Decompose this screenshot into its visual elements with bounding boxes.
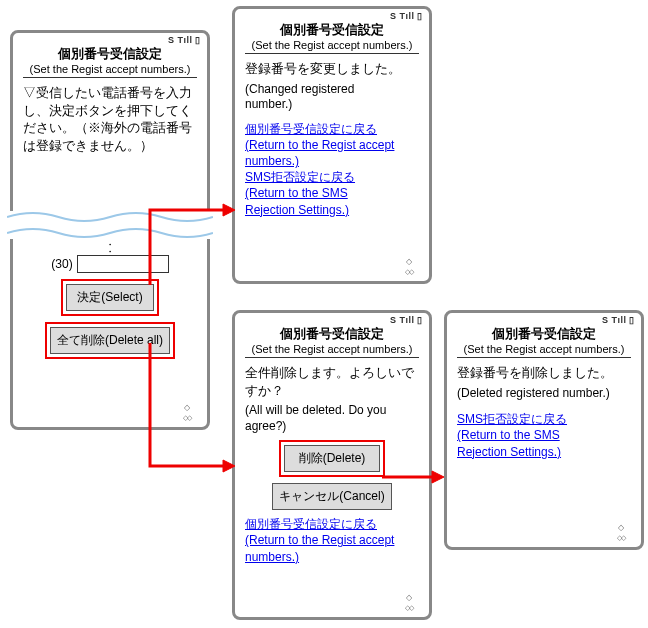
screen-content: 個別番号受信設定 (Set the Regist accept numbers.… [235, 21, 429, 222]
msg-jp: 登録番号を変更しました。 [245, 60, 419, 78]
flow-arrow-delete [382, 470, 444, 484]
nav-indicator [401, 595, 417, 611]
link-text: (Return to the Regist accept [245, 533, 394, 547]
delete-button-highlight: 削除(Delete) [279, 440, 386, 477]
status-bar: S Tıll ▯ [13, 33, 207, 45]
status-bar: S Tıll ▯ [447, 313, 641, 325]
title-en: (Set the Regist accept numbers.) [23, 63, 197, 75]
title-en: (Set the Regist accept numbers.) [245, 343, 419, 355]
title-block: 個別番号受信設定 (Set the Regist accept numbers.… [245, 21, 419, 54]
title-block: 個別番号受信設定 (Set the Regist accept numbers.… [245, 325, 419, 358]
link-text: Rejection Settings.) [245, 203, 349, 217]
link-text: SMS拒否設定に戻る [245, 170, 355, 184]
link-text: SMS拒否設定に戻る [457, 412, 567, 426]
link-text: 個別番号受信設定に戻る [245, 517, 377, 531]
msg-en-1: (All will be deleted. Do you [245, 403, 419, 419]
msg-en: (Deleted registered number.) [457, 386, 631, 402]
status-bar: S Tıll ▯ [235, 9, 429, 21]
svg-marker-3 [432, 471, 444, 483]
flow-arrow-delete-all [145, 338, 235, 478]
msg-en-2: agree?) [245, 419, 419, 435]
msg-jp: 全件削除します。よろしいですか？ [245, 364, 419, 399]
link-text: numbers.) [245, 154, 299, 168]
phone-screen-3: S Tıll ▯ 個別番号受信設定 (Set the Regist accept… [232, 310, 432, 620]
link-return-sms[interactable]: SMS拒否設定に戻る (Return to the SMS Rejection … [245, 169, 419, 218]
screen-content: 個別番号受信設定 (Set the Regist accept numbers.… [235, 325, 429, 569]
link-text: (Return to the SMS [245, 186, 348, 200]
title-en: (Set the Regist accept numbers.) [245, 39, 419, 51]
link-text: numbers.) [245, 550, 299, 564]
svg-marker-1 [223, 460, 235, 472]
msg-en-2: number.) [245, 97, 419, 113]
select-button[interactable]: 決定(Select) [66, 284, 153, 311]
phone-screen-2: S Tıll ▯ 個別番号受信設定 (Set the Regist accept… [232, 6, 432, 284]
title-block: 個別番号受信設定 (Set the Regist accept numbers.… [23, 45, 197, 78]
title-block: 個別番号受信設定 (Set the Regist accept numbers.… [457, 325, 631, 358]
screen-content: 個別番号受信設定 (Set the Regist accept numbers.… [13, 45, 207, 162]
phone-screen-4: S Tıll ▯ 個別番号受信設定 (Set the Regist accept… [444, 310, 644, 550]
link-return-sms[interactable]: SMS拒否設定に戻る (Return to the SMS Rejection … [457, 411, 631, 460]
link-text: (Return to the SMS [457, 428, 560, 442]
status-bar: S Tıll ▯ [235, 313, 429, 325]
title-jp: 個別番号受信設定 [23, 45, 197, 63]
instruction-text: ▽受信したい電話番号を入力し、決定ボタンを押下してください。（※海外の電話番号は… [23, 84, 197, 154]
link-text: Rejection Settings.) [457, 445, 561, 459]
link-text: 個別番号受信設定に戻る [245, 122, 377, 136]
flow-arrow-select [145, 200, 235, 290]
delete-button[interactable]: 削除(Delete) [284, 445, 381, 472]
title-jp: 個別番号受信設定 [245, 21, 419, 39]
nav-indicator [613, 525, 629, 541]
msg-jp: 登録番号を削除しました。 [457, 364, 631, 382]
title-jp: 個別番号受信設定 [457, 325, 631, 343]
cancel-button[interactable]: キャンセル(Cancel) [272, 483, 391, 510]
link-return-regist[interactable]: 個別番号受信設定に戻る (Return to the Regist accept… [245, 516, 419, 565]
screen-content: 個別番号受信設定 (Set the Regist accept numbers.… [447, 325, 641, 464]
row-label: (30) [51, 257, 72, 271]
link-return-regist[interactable]: 個別番号受信設定に戻る (Return to the Regist accept… [245, 121, 419, 170]
msg-en-1: (Changed registered [245, 82, 419, 98]
nav-indicator [401, 259, 417, 275]
title-en: (Set the Regist accept numbers.) [457, 343, 631, 355]
link-text: (Return to the Regist accept [245, 138, 394, 152]
title-jp: 個別番号受信設定 [245, 325, 419, 343]
svg-marker-0 [223, 204, 235, 216]
